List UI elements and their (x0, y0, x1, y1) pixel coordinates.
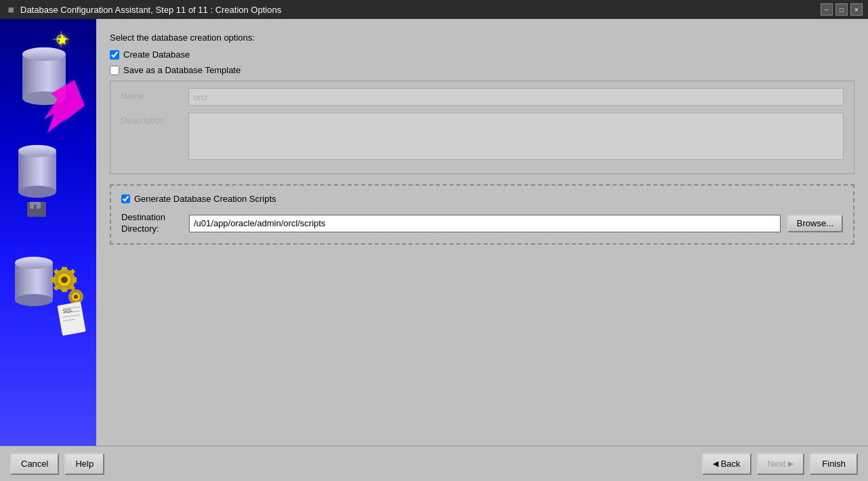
back-arrow-icon: ◀ (713, 459, 718, 468)
cancel-button[interactable]: Cancel (10, 453, 59, 475)
next-button[interactable]: Next ▶ (757, 453, 805, 475)
svg-point-19 (15, 257, 53, 269)
next-label: Next (768, 459, 786, 469)
save-template-row: Save as a Database Template (110, 65, 854, 75)
description-label: Description: (121, 112, 182, 125)
finish-button[interactable]: Finish (810, 453, 858, 475)
svg-point-22 (61, 276, 68, 283)
main-area: ★ (0, 19, 868, 446)
scripts-header: Generate Database Creation Scripts (121, 194, 843, 204)
generate-scripts-checkbox[interactable] (121, 194, 130, 203)
bottom-right-buttons: ◀ Back Next ▶ Finish (702, 453, 858, 475)
bottom-left-buttons: Cancel Help (10, 453, 104, 475)
sidebar-image: ★ (0, 19, 96, 446)
generate-scripts-section: Generate Database Creation Scripts Desti… (110, 184, 854, 245)
create-database-row: Create Database (110, 49, 854, 60)
create-database-checkbox[interactable] (110, 50, 119, 60)
svg-point-11 (18, 186, 56, 198)
window-title: Database Configuration Assistant, Step 1… (20, 5, 281, 15)
name-input[interactable] (188, 88, 844, 106)
help-button[interactable]: Help (64, 453, 104, 475)
svg-rect-15 (34, 205, 37, 209)
section-label: Select the database creation options: (110, 33, 854, 43)
window-controls[interactable]: − □ × (821, 3, 863, 16)
description-row: Description: (121, 112, 844, 160)
svg-rect-25 (51, 277, 56, 283)
template-form-section: Name: Description: (110, 81, 854, 174)
content-area: Select the database creation options: Cr… (96, 19, 868, 446)
destination-input[interactable] (189, 215, 781, 232)
svg-point-3 (22, 47, 66, 61)
save-template-checkbox[interactable] (110, 66, 119, 75)
destination-row: DestinationDirectory: Browse... (121, 212, 843, 235)
svg-rect-34 (57, 301, 85, 335)
description-textarea[interactable] (188, 112, 844, 160)
browse-button[interactable]: Browse... (787, 215, 843, 232)
title-bar: ⊞ Database Configuration Assistant, Step… (0, 0, 868, 19)
back-label: Back (721, 459, 741, 469)
create-database-label[interactable]: Create Database (123, 49, 190, 60)
app-icon: ⊞ (5, 4, 16, 15)
save-template-label[interactable]: Save as a Database Template (123, 65, 241, 75)
maximize-button[interactable]: □ (835, 3, 848, 16)
sidebar-illustration: ★ (0, 19, 96, 378)
minimize-button[interactable]: − (821, 3, 833, 16)
destination-label: DestinationDirectory: (121, 212, 182, 235)
svg-rect-24 (62, 288, 67, 292)
title-bar-left: ⊞ Database Configuration Assistant, Step… (5, 4, 281, 15)
name-row: Name: (121, 88, 844, 106)
svg-rect-23 (62, 267, 67, 271)
generate-scripts-label[interactable]: Generate Database Creation Scripts (134, 194, 276, 204)
svg-point-12 (18, 145, 56, 157)
name-label: Name: (121, 88, 182, 101)
bottom-bar: Cancel Help ◀ Back Next ▶ Finish (0, 446, 868, 481)
svg-rect-26 (73, 277, 77, 283)
svg-point-18 (15, 294, 53, 306)
svg-point-33 (74, 295, 78, 299)
close-button[interactable]: × (850, 3, 863, 16)
next-arrow-icon: ▶ (788, 459, 793, 468)
back-button[interactable]: ◀ Back (702, 453, 751, 475)
